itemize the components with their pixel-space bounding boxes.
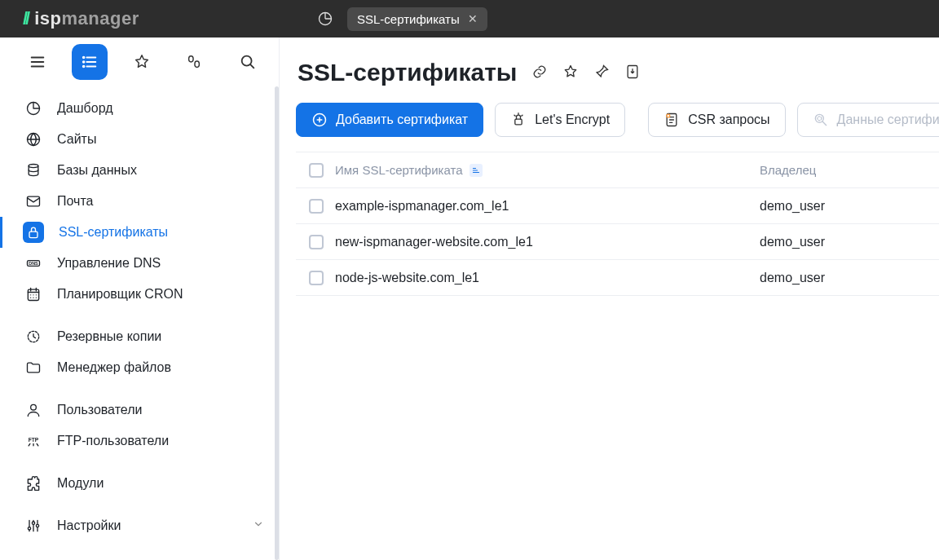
sidebar-item-label: Дашборд — [57, 101, 113, 116]
ftp-icon: FTP — [24, 432, 42, 450]
sidebar-item-folder[interactable]: Менеджер файлов — [0, 352, 279, 383]
sidebar-item-label: Менеджер файлов — [57, 360, 171, 375]
sidebar-item-lock[interactable]: SSL-сертификаты — [0, 217, 279, 248]
sidebar-item-mail[interactable]: Почта — [0, 186, 279, 217]
sidebar-item-label: Управление DNS — [57, 256, 161, 271]
puzzle-icon — [24, 474, 42, 492]
svg-point-20 — [36, 524, 38, 527]
svg-point-16 — [31, 404, 37, 410]
svg-text:DNS: DNS — [29, 261, 38, 266]
tab-ssl-certificates[interactable]: SSL-сертификаты ✕ — [347, 7, 487, 31]
export-icon[interactable] — [624, 64, 641, 82]
search-icon[interactable] — [230, 44, 266, 80]
cell-cert-name: example-ispmanager.com_le1 — [335, 199, 760, 214]
row-checkbox[interactable] — [309, 235, 324, 249]
cell-cert-name: new-ispmanager-website.com_le1 — [335, 235, 760, 249]
nav-list: ДашбордСайтыБазы данныхПочтаSSL-сертифик… — [0, 86, 279, 548]
dns-icon: DNS — [24, 254, 42, 272]
svg-text:FTP: FTP — [29, 437, 39, 443]
svg-rect-10 — [28, 196, 40, 206]
footprints-icon[interactable] — [176, 44, 212, 80]
sidebar-item-backup[interactable]: Резервные копии — [0, 321, 279, 352]
calendar-icon — [24, 285, 42, 303]
nav-list-icon[interactable] — [72, 44, 108, 80]
backup-icon — [24, 328, 42, 346]
sidebar-item-label: Почта — [57, 194, 93, 209]
cell-owner: demo_user — [760, 271, 939, 285]
csr-requests-button[interactable]: CSR запросы — [648, 103, 785, 137]
svg-point-4 — [189, 56, 194, 62]
svg-point-5 — [195, 61, 200, 67]
sidebar-item-globe[interactable]: Сайты — [0, 124, 279, 155]
sidebar-item-label: FTP-пользователи — [57, 434, 169, 448]
star-icon[interactable] — [562, 64, 579, 82]
sidebar-item-puzzle[interactable]: Модули — [0, 468, 279, 499]
sidebar-item-dns[interactable]: DNSУправление DNS — [0, 248, 279, 279]
certificate-data-label: Данные сертификата — [837, 112, 939, 127]
svg-rect-11 — [29, 231, 37, 238]
cell-owner: demo_user — [760, 199, 939, 214]
svg-point-18 — [28, 527, 30, 530]
table-row[interactable]: example-ispmanager.com_le1demo_user — [296, 188, 939, 224]
logo-slashes-icon: // — [23, 8, 28, 29]
dashboard-shortcut-icon[interactable] — [311, 5, 339, 33]
sidebar-item-user[interactable]: Пользователи — [0, 395, 279, 426]
table-row[interactable]: new-ispmanager-website.com_le1demo_user — [296, 224, 939, 260]
main-content: SSL-сертификаты Добавить сертификат — [280, 37, 939, 560]
sidebar-item-database[interactable]: Базы данных — [0, 155, 279, 186]
sidebar-item-label: Резервные копии — [57, 329, 161, 344]
lets-encrypt-label: Let's Encrypt — [535, 112, 610, 127]
svg-point-1 — [83, 57, 85, 59]
sidebar-item-ftp[interactable]: FTPFTP-пользователи — [0, 426, 279, 456]
globe-icon — [24, 130, 42, 148]
certificate-data-button[interactable]: Данные сертификата — [797, 103, 939, 137]
user-icon — [24, 401, 42, 419]
topbar: // ispmanager SSL-сертификаты ✕ — [0, 0, 939, 37]
pin-icon[interactable] — [593, 64, 610, 82]
csr-requests-label: CSR запросы — [688, 112, 769, 127]
chevron-down-icon — [253, 518, 264, 533]
sidebar-item-label: Пользователи — [57, 403, 142, 417]
cell-owner: demo_user — [760, 235, 939, 249]
svg-point-19 — [32, 522, 34, 524]
hamburger-icon[interactable] — [20, 44, 55, 80]
svg-point-9 — [29, 165, 38, 168]
row-checkbox[interactable] — [309, 271, 324, 285]
svg-point-25 — [667, 114, 670, 117]
folder-icon — [24, 359, 42, 377]
table-row[interactable]: node-js-website.com_le1demo_user — [296, 260, 939, 296]
sidebar-item-label: Планировщик CRON — [57, 287, 183, 302]
sidebar-item-label: Базы данных — [57, 163, 137, 178]
page-title: SSL-сертификаты — [296, 59, 517, 86]
sidebar-item-label: Настройки — [57, 518, 121, 533]
svg-rect-23 — [515, 119, 522, 125]
toolbar: Добавить сертификат Let's Encrypt CSR за… — [280, 103, 939, 152]
add-certificate-label: Добавить сертификат — [336, 112, 468, 127]
lets-encrypt-button[interactable]: Let's Encrypt — [495, 103, 625, 137]
select-all-checkbox[interactable] — [309, 163, 324, 178]
add-certificate-button[interactable]: Добавить сертификат — [296, 103, 483, 137]
link-icon[interactable] — [531, 64, 548, 82]
sidebar-item-calendar[interactable]: Планировщик CRON — [0, 279, 279, 310]
sidebar-item-label: SSL-сертификаты — [59, 225, 168, 240]
sidebar-item-sliders[interactable]: Настройки — [0, 510, 279, 541]
close-icon[interactable]: ✕ — [468, 12, 478, 25]
svg-point-27 — [817, 117, 821, 121]
lock-icon — [23, 222, 44, 243]
col-header-owner[interactable]: Владелец — [760, 163, 939, 177]
cell-cert-name: node-js-website.com_le1 — [335, 271, 760, 285]
col-header-name[interactable]: Имя SSL-сертификата — [335, 163, 760, 177]
dashboard-icon — [24, 99, 42, 117]
sliders-icon — [24, 517, 42, 535]
sidebar-item-label: Сайты — [57, 132, 96, 147]
sort-asc-icon — [470, 164, 483, 177]
svg-point-3 — [83, 66, 85, 68]
favorites-icon[interactable] — [124, 44, 160, 80]
certificates-table: Имя SSL-сертификата Владелец example-isp… — [296, 152, 939, 296]
brand-logo[interactable]: // ispmanager — [0, 8, 311, 29]
sidebar-item-label: Модули — [57, 476, 104, 491]
mail-icon — [24, 192, 42, 210]
sidebar-item-dashboard[interactable]: Дашборд — [0, 93, 279, 124]
database-icon — [24, 161, 42, 179]
row-checkbox[interactable] — [309, 199, 324, 214]
